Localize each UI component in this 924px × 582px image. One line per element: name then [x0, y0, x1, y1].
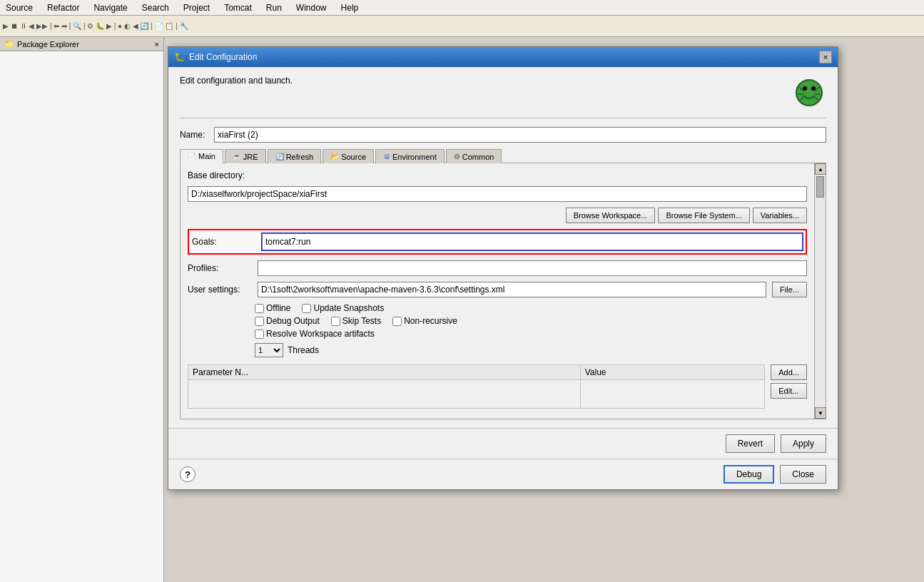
browse-workspace-button[interactable]: Browse Workspace... [566, 208, 656, 223]
threads-label: Threads [288, 345, 319, 355]
dialog-header-section: Edit configuration and launch. [180, 76, 826, 118]
tab-refresh-label: Refresh [286, 153, 314, 161]
checkbox-non-recursive[interactable]: Non-recursive [392, 316, 457, 326]
eclipse-workspace: Source Refactor Navigate Search Project … [0, 0, 924, 582]
revert-button[interactable]: Revert [726, 434, 775, 453]
goals-input[interactable] [262, 233, 803, 250]
checkbox-resolve-workspace-label: Resolve Workspace artifacts [266, 329, 375, 339]
profiles-input[interactable] [258, 260, 807, 276]
goals-row: Goals: [188, 229, 807, 255]
footer-right-buttons: Debug Close [724, 465, 826, 484]
dialog-bug-icon-title: 🐛 [174, 52, 185, 62]
scroll-up-arrow[interactable]: ▲ [815, 163, 826, 175]
dialog-close-button[interactable]: × [819, 51, 832, 63]
checkbox-update-snapshots[interactable]: Update Snapshots [302, 303, 384, 313]
profiles-label: Profiles: [188, 263, 252, 273]
help-button[interactable]: ? [180, 466, 196, 482]
svg-point-0 [796, 80, 822, 106]
base-directory-input[interactable] [188, 186, 807, 202]
menu-tomcat[interactable]: Tomcat [221, 2, 255, 14]
side-panel-close[interactable]: × [155, 40, 159, 48]
checkbox-resolve-workspace[interactable]: Resolve Workspace artifacts [255, 329, 375, 339]
checkbox-non-recursive-label: Non-recursive [404, 316, 457, 326]
checkbox-debug-output-input[interactable] [255, 317, 264, 326]
dialog-body: Edit configuration and launch. [168, 67, 838, 428]
toolbar-icons: ▶ ⏹ ⏸ ◀ ▶▶ | ⬅ ➡ | 🔍 | ⚙ 🐛 ▶ | ● ◐ ◀ 🔄 |… [3, 22, 188, 30]
params-col-value: Value [580, 365, 765, 380]
tab-environment[interactable]: 🖥 Environment [375, 149, 445, 163]
tab-common-icon: ⚙ [454, 153, 460, 160]
params-value-cell [580, 380, 765, 409]
params-table-wrapper: Parameter N... Value [188, 364, 765, 412]
menu-window[interactable]: Window [293, 2, 330, 14]
dialog-titlebar: 🐛 Edit Configuration × [168, 47, 838, 67]
tab-content-main: Base directory: Browse Workspace... Brow… [180, 163, 826, 419]
tab-refresh[interactable]: 🔄 Refresh [268, 149, 322, 163]
svg-point-2 [811, 86, 816, 91]
checkbox-debug-output[interactable]: Debug Output [255, 316, 320, 326]
menu-bar: Source Refactor Navigate Search Project … [0, 0, 924, 16]
file-button[interactable]: File... [772, 282, 807, 297]
checkbox-row-3: Resolve Workspace artifacts [255, 329, 807, 339]
tab-common[interactable]: ⚙ Common [446, 149, 502, 163]
side-panel: 📁 Package Explorer × [0, 37, 164, 582]
tabs-container: 📄 Main ☕ JRE 🔄 Refresh 📂 Source 🖥 [180, 148, 826, 163]
tab-common-label: Common [462, 153, 494, 161]
debug-button[interactable]: Debug [724, 465, 774, 484]
checkbox-offline-input[interactable] [255, 304, 264, 313]
checkbox-update-snapshots-label: Update Snapshots [313, 303, 384, 313]
side-panel-icon: 📁 [4, 39, 14, 48]
dialog-header-text: Edit configuration and launch. [180, 76, 293, 86]
name-input[interactable] [214, 127, 826, 143]
menu-help[interactable]: Help [338, 2, 362, 14]
checkbox-skip-tests[interactable]: Skip Tests [331, 316, 381, 326]
tab-source-icon: 📂 [330, 153, 339, 160]
tab-scrollbar[interactable]: ▲ ▼ [814, 163, 826, 419]
threads-select[interactable]: 1 2 4 [255, 343, 283, 357]
menu-navigate[interactable]: Navigate [91, 2, 130, 14]
checkbox-row-2: Debug Output Skip Tests Non-recursive [255, 316, 807, 326]
menu-search[interactable]: Search [139, 2, 172, 14]
side-panel-header: 📁 Package Explorer × [0, 37, 163, 51]
user-settings-row: User settings: File... [188, 282, 807, 297]
apply-button[interactable]: Apply [781, 434, 826, 453]
params-empty-row [188, 380, 765, 409]
browse-file-system-button[interactable]: Browse File System... [658, 208, 749, 223]
user-settings-label: User settings: [188, 285, 252, 295]
toolbar: ▶ ⏹ ⏸ ◀ ▶▶ | ⬅ ➡ | 🔍 | ⚙ 🐛 ▶ | ● ◐ ◀ 🔄 |… [0, 16, 924, 37]
checkbox-offline[interactable]: Offline [255, 303, 290, 313]
variables-button[interactable]: Variables... [753, 208, 807, 223]
tab-source[interactable]: 📂 Source [323, 149, 374, 163]
params-name-cell [188, 380, 581, 409]
user-settings-input[interactable] [258, 282, 766, 297]
scroll-down-arrow[interactable]: ▼ [815, 407, 826, 419]
tab-jre-icon: ☕ [233, 153, 241, 160]
base-directory-row: Base directory: [188, 170, 807, 180]
tab-main[interactable]: 📄 Main [180, 149, 223, 163]
checkbox-row-1: Offline Update Snapshots [255, 303, 807, 313]
menu-run[interactable]: Run [263, 2, 285, 14]
scroll-thumb[interactable] [816, 176, 824, 198]
tab-jre-label: JRE [243, 153, 258, 161]
svg-point-1 [803, 86, 807, 91]
scroll-track[interactable] [815, 175, 826, 407]
dialog-title-text: Edit Configuration [189, 52, 257, 62]
checkbox-skip-tests-label: Skip Tests [342, 316, 381, 326]
params-col-name: Parameter N... [188, 365, 581, 380]
menu-project[interactable]: Project [181, 2, 213, 14]
menu-source[interactable]: Source [3, 2, 36, 14]
dialog-title-area: 🐛 Edit Configuration [174, 52, 257, 62]
edit-button[interactable]: Edit... [771, 383, 807, 399]
checkboxes-section: Offline Update Snapshots Debug Output [255, 303, 807, 339]
tab-jre[interactable]: ☕ JRE [225, 149, 266, 163]
dialog-footer: ? Debug Close [168, 459, 838, 489]
menu-refactor[interactable]: Refactor [44, 2, 82, 14]
checkbox-update-snapshots-input[interactable] [302, 304, 311, 313]
close-dialog-button[interactable]: Close [780, 465, 826, 484]
checkbox-skip-tests-input[interactable] [331, 317, 340, 326]
checkbox-non-recursive-input[interactable] [392, 317, 402, 326]
name-row: Name: [180, 127, 826, 143]
add-button[interactable]: Add... [771, 364, 807, 380]
checkbox-resolve-workspace-input[interactable] [255, 330, 264, 339]
edit-configuration-dialog: 🐛 Edit Configuration × Edit configuratio… [168, 46, 838, 490]
